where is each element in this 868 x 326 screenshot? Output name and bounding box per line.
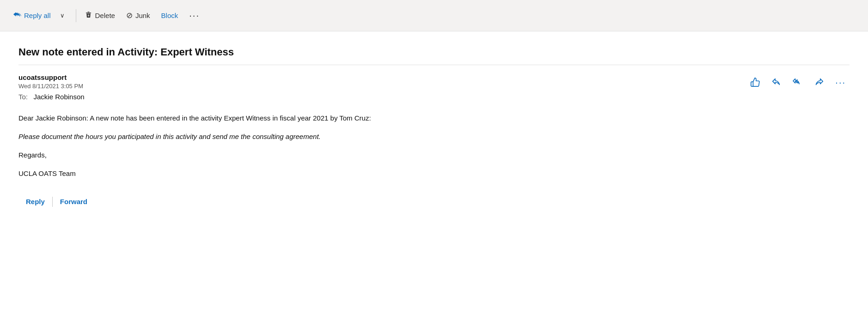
email-actions: ··· — [746, 75, 850, 89]
forward-button-inline[interactable] — [810, 75, 828, 89]
reply-all-icon — [13, 10, 21, 21]
svg-rect-2 — [88, 14, 88, 16]
reply-all-button[interactable]: Reply all — [8, 6, 55, 25]
delete-label: Delete — [95, 12, 115, 19]
toolbar-divider-1 — [76, 9, 76, 22]
email-meta-row: ucoatssupport Wed 8/11/2021 3:05 PM To: … — [18, 73, 850, 101]
body-regards: Regards, — [18, 150, 850, 161]
block-label: Block — [161, 12, 178, 19]
email-subject: New note entered in Activity: Expert Wit… — [18, 46, 850, 65]
email-to: To: Jackie Robinson — [18, 93, 85, 101]
to-label: To: — [18, 93, 28, 101]
dropdown-arrow-icon: ∨ — [60, 12, 65, 19]
junk-label: Junk — [135, 12, 150, 19]
junk-icon: ⊘ — [126, 11, 133, 20]
reply-button-inline[interactable] — [768, 75, 785, 89]
delete-icon — [85, 11, 92, 21]
email-footer-actions: Reply Forward — [18, 194, 850, 209]
delete-button[interactable]: Delete — [80, 6, 120, 25]
email-meta: ucoatssupport Wed 8/11/2021 3:05 PM To: … — [18, 73, 85, 101]
more-email-actions-button[interactable]: ··· — [831, 76, 850, 89]
email-sender: ucoatssupport — [18, 73, 85, 81]
like-icon — [750, 77, 760, 87]
svg-rect-3 — [88, 14, 89, 16]
forward-footer-button[interactable]: Forward — [53, 194, 95, 209]
to-recipient: Jackie Robinson — [34, 93, 85, 101]
email-container: New note entered in Activity: Expert Wit… — [0, 31, 868, 326]
forward-icon — [814, 77, 824, 87]
body-team: UCLA OATS Team — [18, 168, 850, 179]
block-button[interactable]: Block — [157, 6, 183, 25]
more-icon: ··· — [189, 10, 200, 21]
svg-rect-0 — [87, 12, 89, 12]
reply-all-button-inline[interactable] — [789, 75, 807, 89]
email-body: Dear Jackie Robinson: A new note has bee… — [18, 113, 850, 179]
reply-icon — [771, 77, 782, 87]
reply-all-dropdown[interactable]: ∨ — [57, 6, 72, 25]
like-button[interactable] — [746, 75, 764, 89]
reply-footer-button[interactable]: Reply — [18, 194, 52, 209]
body-paragraph-1: Dear Jackie Robinson: A new note has bee… — [18, 113, 850, 124]
reply-all-label: Reply all — [24, 12, 51, 19]
body-paragraph-2: Please document the hours you participat… — [18, 131, 850, 142]
more-actions-button[interactable]: ··· — [184, 6, 204, 25]
reply-all-inline-icon — [793, 77, 803, 87]
junk-button[interactable]: ⊘ Junk — [122, 6, 155, 25]
more-email-icon: ··· — [835, 78, 846, 87]
toolbar: Reply all ∨ Delete ⊘ Junk Block ··· — [0, 0, 868, 31]
email-date: Wed 8/11/2021 3:05 PM — [18, 83, 85, 90]
svg-rect-1 — [86, 12, 91, 13]
